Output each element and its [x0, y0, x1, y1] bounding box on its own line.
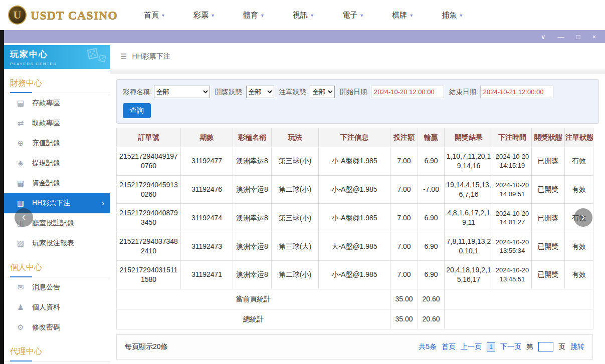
withdrawal-record-icon: ◈ [16, 159, 25, 168]
hamburger-icon[interactable]: ☰ [120, 52, 127, 61]
chevron-down-icon: ▾ [311, 13, 313, 18]
total-summary-row: 總統計 35.00 20.60 [117, 309, 593, 329]
players-center-header: 玩家中心 PLAYERS CENTER ⚄⚂ [4, 45, 110, 69]
filter-row: 彩種名稱: 全部 開獎狀態: 全部 注單狀態: 全 [123, 86, 592, 98]
table-row: 2152172940373482410 31192473 澳洲幸运8 第三球(大… [117, 232, 593, 261]
page-summary-row: 當前頁統計 35.00 20.60 [117, 289, 593, 309]
topup-icon: ⊕ [16, 139, 25, 148]
jump-page-input[interactable] [538, 342, 553, 351]
search-button[interactable]: 查詢 [123, 103, 151, 118]
nav-item-lottery[interactable]: 彩票 ▾ [193, 11, 214, 20]
table-row: 2152172940408793450 31192474 澳洲幸运8 第三球(小… [117, 204, 593, 232]
chevron-left-icon: ‹ [22, 211, 26, 223]
col-order-id: 訂單號 [117, 128, 181, 147]
end-date-input[interactable] [480, 86, 553, 98]
sidebar-item-topup-records[interactable]: ⊕ 充值記錄 [4, 133, 110, 153]
nav-label: 視訊 [293, 11, 308, 20]
lottery-name-select[interactable]: 全部 [154, 86, 210, 98]
sidebar-item-deposit[interactable]: ▤ 存款專區 [4, 93, 110, 113]
jump-button[interactable]: 跳转 [570, 342, 584, 351]
section-personal-center: 個人中心 [4, 259, 110, 277]
table-row: 2152172940459130260 31192476 澳洲幸运8 第二球(小… [117, 175, 593, 204]
dice-decoration-icon: ⚄⚂ [87, 46, 106, 62]
chevron-down-icon: ▾ [410, 13, 413, 18]
nav-item-board-games[interactable]: 棋牌 ▾ [392, 11, 413, 20]
carousel-left-button[interactable]: ‹ [15, 208, 33, 227]
close-icon[interactable]: × [592, 34, 596, 40]
col-bet-info: 下注信息 [319, 128, 390, 147]
nav-item-sports[interactable]: 體育 ▾ [243, 11, 264, 20]
main-content: ☰ HH彩票下注 彩種名稱: 全部 開獎狀態: 全部 [110, 43, 605, 364]
carousel-right-button[interactable]: › [574, 208, 592, 227]
current-page[interactable]: 1 [487, 342, 495, 351]
site-logo[interactable]: U USDT CASINO [0, 6, 118, 25]
minimize-icon[interactable]: — [558, 34, 564, 40]
col-result: 開獎結果 [445, 128, 493, 147]
section-agent-center: 代理中心 [4, 343, 110, 361]
pagination-controls: 共5条 首页 上一页 1 下一页 第 页 跳转 [419, 342, 584, 351]
main-nav: 首頁 ▾ 彩票 ▾ 體育 ▾ 視訊 ▾ 電子 ▾ 棋牌 ▾ 捕魚 ▾ [144, 11, 462, 20]
background-strip [0, 30, 4, 364]
sidebar-item-funds-records[interactable]: ▦ 資金記錄 [4, 173, 110, 193]
maximize-icon[interactable]: □ [576, 34, 580, 40]
col-lottery: 彩種名稱 [233, 128, 272, 147]
filter-order-status: 注單狀態: 全部 [279, 86, 335, 98]
sidebar-item-withdraw[interactable]: ⇄ 取款專區 [4, 113, 110, 133]
chevron-down-icon: ▾ [212, 13, 214, 18]
col-win-loss: 輸贏 [418, 128, 445, 147]
first-page-link[interactable]: 首页 [442, 342, 456, 351]
chevron-down-icon: ▾ [360, 13, 363, 18]
breadcrumb: ☰ HH彩票下注 [110, 43, 605, 70]
nav-label: 棋牌 [392, 11, 407, 20]
nav-item-fishing[interactable]: 捕魚 ▾ [442, 11, 462, 20]
prev-page-link[interactable]: 上一页 [461, 342, 482, 351]
per-page-text: 每頁顯示20條 [125, 342, 168, 351]
sidebar-item-announcements[interactable]: ✉ 消息公告 [4, 277, 110, 297]
site-header: U USDT CASINO 首頁 ▾ 彩票 ▾ 體育 ▾ 視訊 ▾ 電子 ▾ 棋… [0, 0, 605, 30]
total-summary-label: 總統計 [117, 309, 390, 329]
filter-start-date: 開始日期: [340, 86, 444, 98]
order-status-select[interactable]: 全部 [310, 86, 335, 98]
nav-label: 彩票 [193, 11, 209, 20]
total-count: 共5条 [419, 342, 437, 351]
nav-item-slots[interactable]: 電子 ▾ [342, 11, 363, 20]
logo-icon: U [8, 6, 27, 25]
start-date-input[interactable] [371, 86, 444, 98]
nav-label: 捕魚 [442, 11, 457, 20]
window-titlebar: ∨ — □ × [4, 30, 605, 43]
nav-item-home[interactable]: 首頁 ▾ [144, 11, 164, 20]
chevron-down-icon: ▾ [162, 13, 164, 18]
withdraw-icon: ⇄ [16, 119, 25, 128]
sidebar-item-profile[interactable]: ♟ 個人資料 [4, 297, 110, 317]
sidebar-item-withdrawal-records[interactable]: ◈ 提現記錄 [4, 153, 110, 173]
col-time: 下注時間 [493, 128, 532, 147]
nav-item-live[interactable]: 視訊 ▾ [293, 11, 313, 20]
jump-prefix: 第 [526, 342, 533, 351]
next-page-link[interactable]: 下一页 [500, 342, 521, 351]
gear-icon: ⚙ [16, 323, 25, 332]
funds-icon: ▦ [16, 179, 25, 188]
sidebar-item-change-password[interactable]: ⚙ 修改密碼 [4, 317, 110, 337]
end-date-label: 結束日期: [449, 88, 478, 97]
content-panel: 彩種名稱: 全部 開獎狀態: 全部 注單狀態: 全 [110, 74, 605, 364]
person-icon: ♟ [16, 303, 25, 312]
chevron-right-icon: › [581, 211, 585, 223]
logo-text: USDT CASINO [31, 9, 118, 22]
filter-panel: 彩種名稱: 全部 開獎狀態: 全部 注單狀態: 全 [116, 79, 599, 124]
sidebar-item-player-bet-report[interactable]: ▨ 玩家投注報表 [4, 233, 110, 253]
draw-status-label: 開獎狀態: [215, 88, 244, 97]
table-header-row: 訂單號 期數 彩種名稱 玩法 下注信息 投注額 輸贏 開獎結果 下注時間 開獎狀… [117, 128, 593, 147]
filter-draw-status: 開獎狀態: 全部 [215, 86, 274, 98]
collapse-icon[interactable]: ∨ [541, 34, 546, 40]
col-draw-status: 開獎狀態 [532, 128, 565, 147]
announcement-icon: ✉ [16, 283, 25, 292]
lottery-name-label: 彩種名稱: [123, 88, 152, 97]
bet-report-icon: ▨ [16, 239, 25, 248]
deposit-icon: ▤ [16, 99, 25, 108]
order-status-label: 注單狀態: [279, 88, 308, 97]
draw-status-select[interactable]: 全部 [246, 86, 274, 98]
page-summary-label: 當前頁統計 [117, 289, 390, 309]
nav-label: 電子 [342, 11, 357, 20]
sidebar: 玩家中心 PLAYERS CENTER ⚄⚂ 財務中心 ▤ 存款專區 ⇄ 取款專… [4, 43, 110, 364]
table-row: 2152172940491970760 31192477 澳洲幸运8 第三球(小… [117, 147, 593, 175]
